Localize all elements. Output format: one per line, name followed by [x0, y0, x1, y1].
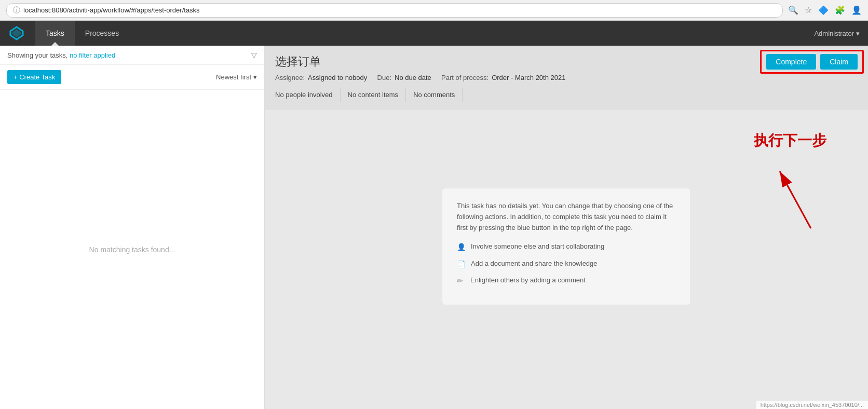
info-action-1: 👤 Involve someone else and start collabo…	[457, 241, 676, 253]
assignee-label: Assignee:	[275, 74, 305, 81]
task-body: 执行下一步 This task has no details yet. You …	[265, 110, 868, 409]
filter-link[interactable]: no filter applied	[70, 51, 115, 59]
task-detail: 选择订单 Complete Claim Assignee: Assigned t…	[265, 46, 868, 409]
annotation-container: 执行下一步	[754, 131, 826, 234]
info-action-2: 📄 Add a document and share the knowledge	[457, 258, 676, 270]
svg-marker-1	[12, 29, 21, 37]
claim-button[interactable]: Claim	[820, 54, 858, 70]
puzzle-icon[interactable]: 🧩	[835, 5, 845, 15]
task-meta: Assignee: Assigned to nobody Due: No due…	[275, 74, 858, 81]
nav-tabs: Tasks Processes	[35, 21, 129, 46]
app-navbar: Tasks Processes Administrator ▾	[0, 21, 868, 46]
nav-tab-processes[interactable]: Processes	[75, 21, 129, 46]
tab-people[interactable]: No people involved	[275, 88, 341, 102]
nav-tab-tasks[interactable]: Tasks	[35, 21, 75, 46]
sidebar: Showing your tasks, no filter applied ▽ …	[0, 46, 265, 409]
nav-user[interactable]: Administrator ▾	[814, 30, 860, 37]
app-logo	[8, 25, 25, 42]
browser-icons: 🔍 ☆ 🔷 🧩 👤	[788, 5, 862, 15]
browser-bar: ⓘ localhost:8080/activiti-app/workflow/#…	[0, 0, 868, 21]
url-bar[interactable]: ⓘ localhost:8080/activiti-app/workflow/#…	[6, 3, 783, 18]
sidebar-actions: + Create Task Newest first ▾	[0, 65, 264, 90]
main-layout: Showing your tasks, no filter applied ▽ …	[0, 46, 868, 409]
star-icon[interactable]: ☆	[805, 5, 812, 15]
search-icon[interactable]: 🔍	[788, 5, 798, 15]
sidebar-filter-bar: Showing your tasks, no filter applied ▽	[0, 46, 264, 65]
tab-comments[interactable]: No comments	[406, 88, 463, 102]
pencil-icon: ✏	[457, 275, 465, 287]
filter-text: Showing your tasks, no filter applied	[7, 51, 115, 59]
process-label: Part of process:	[441, 74, 489, 81]
create-task-button[interactable]: + Create Task	[7, 70, 61, 84]
task-action-buttons: Complete Claim	[766, 54, 858, 70]
info-box: This task has no details yet. You can ch…	[442, 188, 691, 305]
task-tabs: No people involved No content items No c…	[275, 88, 858, 102]
document-icon: 📄	[457, 258, 466, 270]
url-text: localhost:8080/activiti-app/workflow/#/a…	[23, 6, 200, 14]
warning-icon: ⓘ	[13, 6, 20, 15]
extension-icon[interactable]: 🔷	[818, 5, 829, 15]
tab-content[interactable]: No content items	[341, 88, 406, 102]
action-3-text: Enlighten others by adding a comment	[470, 275, 586, 286]
annotation-text: 执行下一步	[754, 131, 826, 151]
action-2-text: Add a document and share the knowledge	[471, 258, 598, 269]
task-title-row: 选择订单 Complete Claim	[275, 54, 858, 70]
info-description: This task has no details yet. You can ch…	[457, 201, 676, 233]
task-header: 选择订单 Complete Claim Assignee: Assigned t…	[265, 46, 868, 110]
assignee-value: Assigned to nobody	[308, 74, 367, 81]
arrow-svg	[764, 156, 826, 234]
due-label: Due:	[377, 74, 391, 81]
action-1-text: Involve someone else and start collabora…	[471, 241, 604, 252]
info-action-3: ✏ Enlighten others by adding a comment	[457, 275, 676, 287]
account-icon[interactable]: 👤	[851, 5, 862, 15]
filter-icon[interactable]: ▽	[251, 51, 257, 59]
info-actions-list: 👤 Involve someone else and start collabo…	[457, 241, 676, 287]
task-title: 选择订单	[275, 54, 321, 70]
sidebar-empty: No matching tasks found...	[0, 90, 264, 409]
due-value: No due date	[395, 74, 431, 81]
person-icon: 👤	[457, 241, 466, 253]
sort-dropdown[interactable]: Newest first ▾	[216, 73, 257, 81]
status-bar: https://blog.csdn.net/weixin_45370010/..…	[756, 401, 868, 409]
complete-button[interactable]: Complete	[766, 54, 816, 70]
process-value: Order - March 20th 2021	[492, 74, 565, 81]
